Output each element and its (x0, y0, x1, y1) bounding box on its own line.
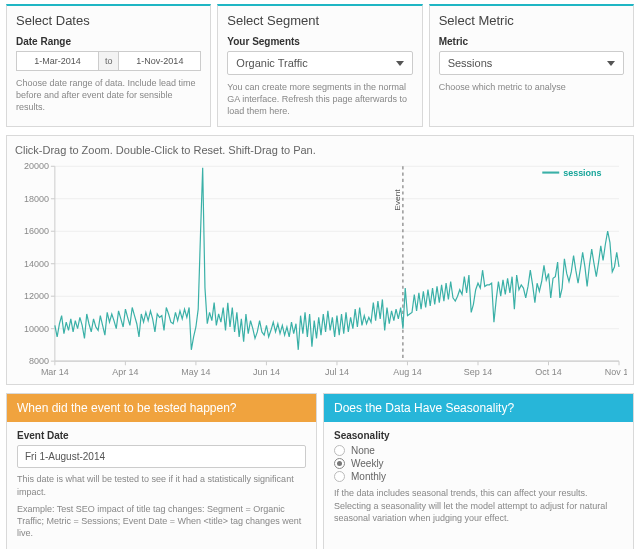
radio-label: None (351, 445, 375, 456)
panel-seasonality: Does the Data Have Seasonality? Seasonal… (323, 393, 634, 549)
svg-text:Event: Event (393, 189, 402, 211)
panel-event-title: When did the event to be tested happen? (7, 394, 316, 422)
event-date-input[interactable] (17, 445, 306, 468)
date-from-input[interactable]: 1-Mar-2014 (16, 51, 99, 71)
date-range-row: 1-Mar-2014 to 1-Nov-2014 (16, 51, 201, 71)
radio-label: Monthly (351, 471, 386, 482)
svg-text:May 14: May 14 (181, 367, 210, 377)
svg-text:Jun 14: Jun 14 (253, 367, 280, 377)
svg-text:8000: 8000 (29, 357, 49, 367)
svg-text:Mar 14: Mar 14 (41, 367, 69, 377)
panel-dates-title: Select Dates (16, 13, 201, 28)
date-range-label: Date Range (16, 36, 201, 47)
svg-text:Apr 14: Apr 14 (112, 367, 138, 377)
segment-select[interactable]: Organic Traffic (227, 51, 412, 75)
svg-text:12000: 12000 (24, 292, 49, 302)
seasonality-option-none[interactable]: None (334, 445, 623, 456)
svg-text:Aug 14: Aug 14 (393, 367, 421, 377)
event-date-label: Event Date (17, 430, 306, 441)
event-help-2: Example: Test SEO impact of title tag ch… (17, 503, 306, 539)
svg-text:Nov 14: Nov 14 (605, 367, 627, 377)
svg-text:sessions: sessions (563, 168, 601, 178)
bottom-row: When did the event to be tested happen? … (0, 389, 640, 549)
radio-icon (334, 445, 345, 456)
svg-text:18000: 18000 (24, 194, 49, 204)
seasonality-help: If the data includes seasonal trends, th… (334, 487, 623, 523)
svg-text:Jul 14: Jul 14 (325, 367, 349, 377)
metric-label: Metric (439, 36, 624, 47)
seasonality-option-weekly[interactable]: Weekly (334, 458, 623, 469)
segment-value: Organic Traffic (236, 57, 307, 69)
chevron-down-icon (607, 61, 615, 66)
chart-area[interactable]: 8000100001200014000160001800020000Mar 14… (13, 160, 627, 380)
seasonality-label: Seasonality (334, 430, 623, 441)
seasonality-option-monthly[interactable]: Monthly (334, 471, 623, 482)
metric-select[interactable]: Sessions (439, 51, 624, 75)
svg-text:16000: 16000 (24, 227, 49, 237)
radio-label: Weekly (351, 458, 384, 469)
segment-label: Your Segments (227, 36, 412, 47)
svg-text:14000: 14000 (24, 259, 49, 269)
panel-event: When did the event to be tested happen? … (6, 393, 317, 549)
panel-metric-title: Select Metric (439, 13, 624, 28)
controls-row: Select Dates Date Range 1-Mar-2014 to 1-… (0, 0, 640, 131)
chart-panel: Click-Drag to Zoom. Double-Click to Rese… (6, 135, 634, 385)
radio-icon (334, 458, 345, 469)
panel-segment: Select Segment Your Segments Organic Tra… (217, 4, 422, 127)
svg-text:10000: 10000 (24, 324, 49, 334)
date-range-help: Choose date range of data. Include lead … (16, 77, 201, 113)
panel-segment-title: Select Segment (227, 13, 412, 28)
chart-svg[interactable]: 8000100001200014000160001800020000Mar 14… (13, 160, 627, 380)
svg-text:20000: 20000 (24, 162, 49, 172)
svg-text:Sep 14: Sep 14 (464, 367, 492, 377)
date-to-separator: to (99, 51, 119, 71)
date-to-input[interactable]: 1-Nov-2014 (118, 51, 201, 71)
metric-value: Sessions (448, 57, 493, 69)
panel-seasonality-title: Does the Data Have Seasonality? (324, 394, 633, 422)
svg-text:Oct 14: Oct 14 (535, 367, 561, 377)
segment-help: You can create more segments in the norm… (227, 81, 412, 117)
event-help-1: This date is what will be tested to see … (17, 473, 306, 497)
chart-instructions: Click-Drag to Zoom. Double-Click to Rese… (15, 144, 627, 156)
metric-help: Choose which metric to analyse (439, 81, 624, 93)
chevron-down-icon (396, 61, 404, 66)
panel-metric: Select Metric Metric Sessions Choose whi… (429, 4, 634, 127)
panel-dates: Select Dates Date Range 1-Mar-2014 to 1-… (6, 4, 211, 127)
radio-icon (334, 471, 345, 482)
